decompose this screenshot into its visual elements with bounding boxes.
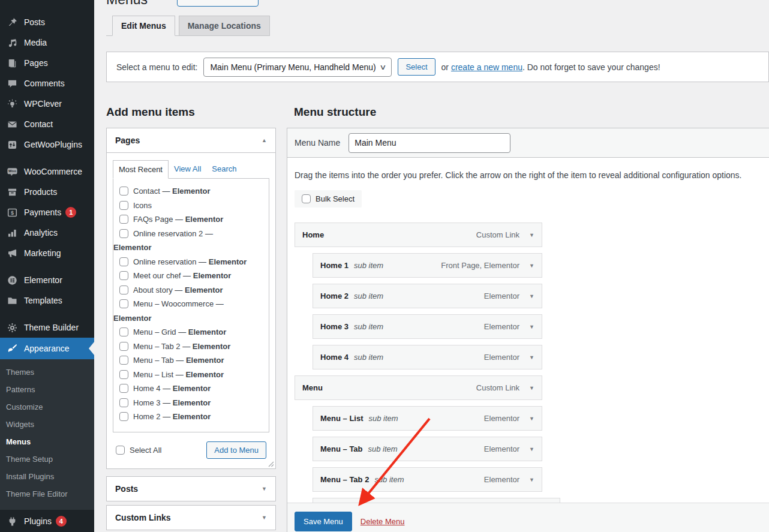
tab-edit-menus[interactable]: Edit Menus (112, 16, 175, 36)
menu-item-home-1[interactable]: Home 1sub itemFront Page, Elementor▼ (313, 253, 542, 278)
add-to-menu-button[interactable]: Add to Menu (206, 441, 266, 459)
bulk-select-checkbox[interactable] (302, 194, 311, 203)
chevron-down-icon[interactable]: ▼ (262, 515, 267, 521)
page-checkbox[interactable] (119, 356, 128, 365)
sidebar-item-payments[interactable]: $Payments1 (0, 202, 94, 223)
submenu-item-theme-setup[interactable]: Theme Setup (0, 450, 94, 468)
page-checkbox[interactable] (119, 299, 128, 308)
page-checkbox[interactable] (119, 187, 128, 196)
submenu-item-widgets[interactable]: Widgets (0, 416, 94, 433)
menu-item-menu[interactable]: MenuCustom Link▼ (295, 375, 542, 400)
chevron-down-icon[interactable]: ▼ (529, 293, 534, 299)
select-all-checkbox[interactable] (116, 446, 125, 455)
sidebar-item-theme-builder[interactable]: Theme Builder (0, 317, 94, 338)
sidebar-item-products[interactable]: Products (0, 182, 94, 202)
page-checkbox-label[interactable]: Home 3 — Elementor (113, 398, 211, 407)
chevron-down-icon[interactable]: ▼ (529, 416, 534, 422)
sidebar-item-woocommerce[interactable]: WooWooCommerce (0, 161, 94, 182)
page-checkbox-label[interactable]: Meet our chef — Elementor (113, 271, 231, 280)
page-item-suffix: Elementor (113, 243, 152, 252)
chevron-down-icon[interactable]: ▼ (529, 446, 534, 452)
pages-panel-header[interactable]: Pages ▲ (107, 128, 275, 153)
page-checkbox-label[interactable]: Menu – Tab — Elementor (113, 356, 224, 365)
sidebar-item-pages[interactable]: Pages (0, 53, 94, 73)
select-button[interactable]: Select (398, 58, 435, 76)
page-checkbox-label[interactable]: Online reservation 2 — Elementor (113, 229, 213, 253)
chevron-down-icon[interactable]: ▼ (529, 385, 534, 391)
submenu-item-theme-file-editor[interactable]: Theme File Editor (0, 485, 94, 503)
page-checkbox[interactable] (119, 412, 128, 421)
page-checkbox-label[interactable]: Home 2 — Elementor (113, 412, 211, 421)
menu-item-menu-tab[interactable]: Menu – Tabsub itemElementor▼ (313, 437, 542, 461)
page-checkbox-label[interactable]: Menu – Grid — Elementor (113, 327, 226, 336)
chevron-down-icon[interactable]: ▼ (529, 263, 534, 269)
panel-custom-links-header[interactable]: Custom Links▼ (107, 506, 275, 530)
chevron-down-icon[interactable]: ▼ (529, 477, 534, 483)
menu-item-home[interactable]: HomeCustom Link▼ (295, 223, 542, 247)
pages-tab-view-all[interactable]: View All (169, 160, 206, 179)
chevron-down-icon[interactable]: ▼ (529, 324, 534, 330)
sidebar-item-appearance[interactable]: Appearance (0, 338, 94, 359)
page-checkbox-label[interactable]: Home 4 — Elementor (113, 384, 211, 393)
pages-tab-search[interactable]: Search (206, 160, 242, 179)
menu-item-home-2[interactable]: Home 2sub itemElementor▼ (313, 284, 542, 308)
sidebar-item-contact[interactable]: Contact (0, 114, 94, 134)
sidebar-item-plugins[interactable]: Plugins4 (0, 511, 94, 531)
delete-menu-link[interactable]: Delete Menu (361, 517, 405, 526)
submenu-item-patterns[interactable]: Patterns (0, 381, 94, 398)
pages-panel: Pages ▲ Most RecentView AllSearch Contac… (106, 128, 276, 469)
submenu-item-customize[interactable]: Customize (0, 398, 94, 416)
page-checkbox-label[interactable]: Icons (113, 201, 152, 210)
menu-item-home-3[interactable]: Home 3sub itemElementor▼ (313, 314, 542, 339)
page-checkbox[interactable] (119, 257, 128, 266)
page-checkbox-label[interactable]: Contact — Elementor (113, 187, 211, 196)
resize-grip-icon[interactable] (268, 461, 274, 467)
sidebar-item-analytics[interactable]: Analytics (0, 223, 94, 243)
submenu-item-themes[interactable]: Themes (0, 363, 94, 381)
menu-item-menu-list[interactable]: Menu – Listsub itemElementor▼ (313, 406, 542, 431)
page-checkbox[interactable] (119, 215, 128, 224)
page-checkbox[interactable] (119, 398, 128, 407)
sidebar-item-posts[interactable]: Posts (0, 12, 94, 32)
tab-manage-locations[interactable]: Manage Locations (179, 16, 270, 36)
menu-name-input[interactable] (349, 133, 510, 153)
panel-posts-header[interactable]: Posts▼ (107, 477, 275, 501)
sidebar-item-templates[interactable]: Templates (0, 290, 94, 311)
page-checkbox-label[interactable]: Menu – List — Elementor (113, 370, 224, 379)
chevron-down-icon[interactable]: ▼ (529, 232, 534, 238)
submenu-item-install-plugins[interactable]: Install Plugins (0, 468, 94, 485)
menu-select-dropdown[interactable]: Main Menu (Primary Menu, Handheld Menu) … (203, 58, 392, 77)
sidebar-item-getwooplugins[interactable]: GetWooPlugins (0, 134, 94, 155)
page-checkbox[interactable] (119, 370, 128, 379)
megaphone-icon (6, 247, 19, 259)
page-checkbox[interactable] (119, 327, 128, 336)
chevron-down-icon[interactable]: ▼ (529, 354, 534, 360)
save-menu-button[interactable]: Save Menu (295, 512, 352, 531)
sidebar-item-elementor[interactable]: Elementor (0, 270, 94, 290)
page-checkbox[interactable] (119, 342, 128, 351)
create-new-menu-link[interactable]: create a new menu (451, 62, 522, 72)
sidebar-item-comments[interactable]: Comments (0, 73, 94, 94)
header-action-button-partial[interactable] (177, 0, 259, 7)
page-checkbox-label[interactable]: Online reservation — Elementor (113, 257, 247, 266)
page-checkbox[interactable] (119, 285, 128, 294)
page-checkbox-label[interactable]: About story — Elementor (113, 285, 223, 294)
page-checkbox-label[interactable]: Menu – Woocommerce — Elementor (113, 299, 224, 323)
bulk-select-toggle[interactable]: Bulk Select (295, 190, 362, 208)
select-all-label[interactable]: Select All (113, 446, 161, 455)
pages-tab-most-recent[interactable]: Most Recent (113, 160, 169, 179)
submenu-item-menus[interactable]: Menus (0, 433, 94, 450)
sidebar-item-media[interactable]: Media (0, 32, 94, 53)
page-checkbox[interactable] (119, 384, 128, 393)
page-checkbox[interactable] (119, 271, 128, 280)
page-checkbox-label[interactable]: Menu – Tab 2 — Elementor (113, 342, 230, 351)
chevron-up-icon[interactable]: ▲ (262, 137, 267, 143)
page-checkbox[interactable] (119, 201, 128, 210)
page-checkbox[interactable] (119, 229, 128, 238)
chevron-down-icon[interactable]: ▼ (262, 486, 267, 492)
page-checkbox-label[interactable]: FAQs Page — Elementor (113, 215, 223, 224)
sidebar-item-marketing[interactable]: Marketing (0, 243, 94, 263)
menu-item-menu-tab-2[interactable]: Menu – Tab 2sub itemElementor▼ (313, 467, 542, 492)
menu-item-home-4[interactable]: Home 4sub itemElementor▼ (313, 345, 542, 369)
sidebar-item-wpclever[interactable]: WPClever (0, 94, 94, 114)
